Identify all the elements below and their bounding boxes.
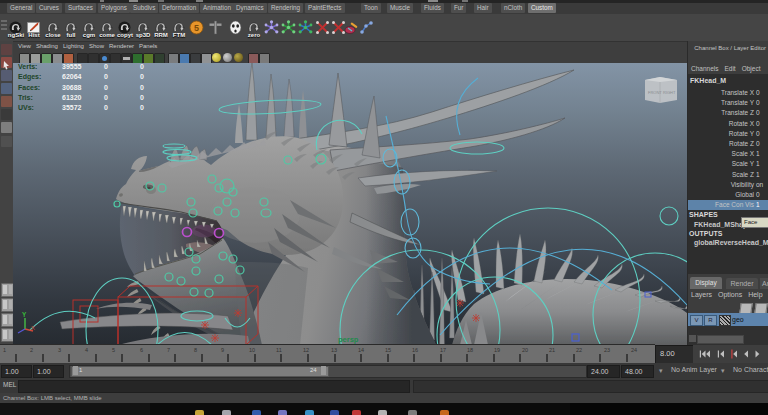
svg-text:39555: 39555 <box>62 63 82 70</box>
svg-text:0: 0 <box>104 104 108 111</box>
svg-text:61320: 61320 <box>62 94 82 101</box>
svg-text:RIGHT: RIGHT <box>663 90 676 95</box>
svg-text:persp: persp <box>338 335 359 344</box>
svg-text:0: 0 <box>140 73 144 80</box>
svg-text:0: 0 <box>140 63 144 70</box>
svg-text:0: 0 <box>140 104 144 111</box>
svg-text:Y: Y <box>22 311 27 318</box>
svg-text:0: 0 <box>140 94 144 101</box>
svg-text:35572: 35572 <box>62 104 82 111</box>
svg-text:0: 0 <box>140 84 144 91</box>
svg-text:5: 5 <box>194 23 199 33</box>
svg-text:0: 0 <box>104 63 108 70</box>
svg-text:Faces:: Faces: <box>18 84 40 91</box>
svg-text:Edges:: Edges: <box>18 73 41 81</box>
svg-text:0: 0 <box>104 84 108 91</box>
svg-text:0: 0 <box>104 73 108 80</box>
svg-text:62064: 62064 <box>62 73 82 80</box>
svg-text:0: 0 <box>104 94 108 101</box>
svg-text:UVs:: UVs: <box>18 104 34 111</box>
svg-text:30688: 30688 <box>62 84 82 91</box>
svg-text:X: X <box>31 325 35 331</box>
svg-text:Tris:: Tris: <box>18 94 33 101</box>
svg-text:FRONT: FRONT <box>648 90 662 95</box>
svg-text:Verts:: Verts: <box>18 63 37 70</box>
